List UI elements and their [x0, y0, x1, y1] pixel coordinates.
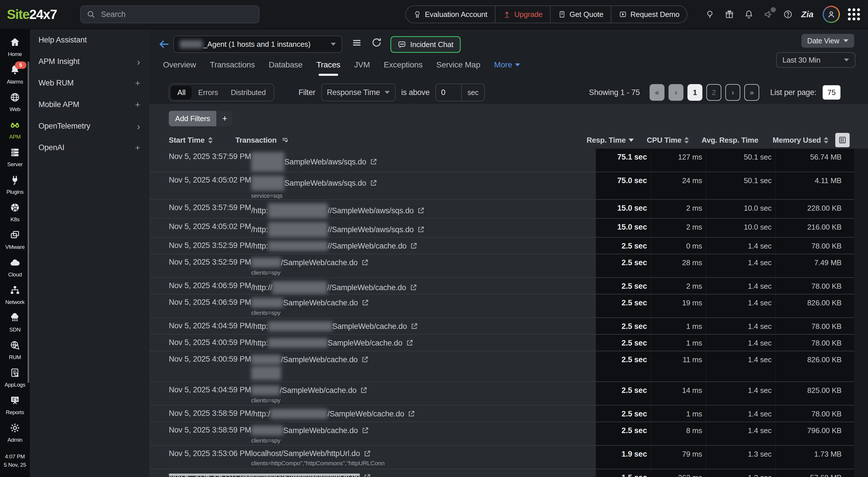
apps-grid-icon[interactable]: [848, 8, 860, 20]
sidebar-item-plugins[interactable]: Plugins: [0, 171, 30, 199]
nav-item-openai[interactable]: OpenAI+: [30, 137, 149, 158]
external-link-icon[interactable]: [408, 410, 415, 418]
tab-database[interactable]: Database: [269, 60, 303, 75]
whats-new-gift-icon[interactable]: [720, 9, 739, 19]
sidebar-scrollbar[interactable]: [28, 61, 29, 383]
nav-item-web-rum[interactable]: Web RUM+: [30, 72, 149, 94]
plus-icon[interactable]: +: [135, 81, 140, 86]
external-link-icon[interactable]: [361, 259, 369, 266]
table-row[interactable]: Nov 5, 2025 4:04:59 PM/SampleWeb/cache.d…: [149, 382, 868, 406]
notifications-bell-icon[interactable]: [739, 9, 758, 19]
transaction-link[interactable]: SampleWeb/cache.do: [251, 298, 595, 308]
date-view-button[interactable]: Date View: [801, 34, 854, 47]
table-row[interactable]: Nov 5, 2025 3:57:59 PMSampleWeb/aws/sqs.…: [149, 149, 868, 172]
nav-item-opentelemetry[interactable]: OpenTelemetry›: [30, 115, 149, 137]
table-row[interactable]: Nov 5, 2025 4:05:02 PMSampleWeb/aws/sqs.…: [149, 172, 868, 200]
external-link-icon[interactable]: [370, 179, 377, 187]
table-row[interactable]: Nov 5, 2025 3:52:59 PM/http://SampleWeb/…: [149, 237, 868, 254]
sidebar-item-network[interactable]: Network: [0, 281, 30, 309]
sidebar-item-rum[interactable]: RUM: [0, 337, 30, 364]
insights-bulb-icon[interactable]: [700, 9, 720, 19]
transaction-link[interactable]: /http:SampleWeb/cache.do: [251, 338, 595, 348]
tab-traces[interactable]: Traces: [316, 60, 340, 75]
external-link-icon[interactable]: [363, 450, 371, 457]
external-link-icon[interactable]: [361, 299, 369, 307]
table-row[interactable]: Nov 5, 2025 3:57:59 PM/http://SampleWeb/…: [149, 200, 868, 219]
table-row[interactable]: Nov 5, 2025 4:06:59 PM/http:////SampleWe…: [149, 278, 868, 294]
incident-chat-button[interactable]: Incident Chat: [391, 36, 461, 53]
column-header-avg-resp-time[interactable]: Avg. Resp. Time: [692, 136, 762, 145]
last-page-button[interactable]: »: [744, 84, 759, 101]
external-link-icon[interactable]: [417, 207, 425, 214]
external-link-icon[interactable]: [410, 242, 417, 250]
nav-item-help-assistant[interactable]: Help Assistant: [30, 29, 149, 51]
transaction-link[interactable]: SampleWeb/aws/sqs.do: [251, 152, 595, 171]
site24x7-logo[interactable]: Site24x7: [7, 7, 81, 22]
sidebar-item-web[interactable]: Web: [0, 88, 30, 116]
list-per-page-input[interactable]: [823, 85, 840, 100]
external-link-icon[interactable]: [410, 323, 418, 330]
page-2-button[interactable]: 2: [706, 84, 721, 101]
add-filter-plus-icon[interactable]: +: [216, 111, 232, 126]
external-link-icon[interactable]: [361, 356, 369, 363]
table-row[interactable]: Nov 5, 2025 4:06:59 PMSampleWeb/cache.do…: [149, 294, 868, 318]
tab-overview[interactable]: Overview: [163, 60, 196, 75]
sidebar-item-cloud[interactable]: Cloud: [0, 254, 30, 281]
threshold-input[interactable]: [436, 84, 461, 101]
table-row[interactable]: Nov 5, 2025 3:58:59 PM/http://SampleWeb/…: [149, 406, 868, 422]
table-row[interactable]: Nov 5, 2025 3:53:06 PMlocalhost/SampleWe…: [149, 446, 868, 469]
transaction-link[interactable]: localhost/SampleWeb/httpUrl.do: [251, 449, 595, 458]
table-row[interactable]: Nov 5, 2025 3:58:59 PMSampleWeb/cache.do…: [149, 422, 868, 446]
sidebar-item-server[interactable]: Server: [0, 144, 30, 171]
sidebar-item-vmware[interactable]: VMware: [0, 226, 30, 254]
table-row[interactable]: Nov 5, 2025 4:04:59 PM/http:SampleWeb/ca…: [149, 318, 868, 335]
avatar[interactable]: [823, 6, 840, 23]
tab-exceptions[interactable]: Exceptions: [384, 60, 423, 75]
transaction-link[interactable]: /SampleWeb/cache.do: [251, 355, 595, 364]
first-page-button[interactable]: «: [650, 84, 664, 101]
tab-jvm[interactable]: JVM: [354, 60, 370, 75]
announcements-megaphone-icon[interactable]: [758, 9, 778, 19]
nav-item-mobile-apm[interactable]: Mobile APM+: [30, 94, 149, 115]
help-icon[interactable]: [778, 9, 798, 19]
external-link-icon[interactable]: [361, 427, 369, 434]
get-quote-button[interactable]: Get Quote: [551, 6, 611, 23]
transaction-link[interactable]: /http://SampleWeb/aws/sqs.do: [251, 203, 595, 218]
column-chooser-button[interactable]: [835, 133, 849, 147]
external-link-icon[interactable]: [410, 284, 417, 291]
segment-distributed[interactable]: Distributed: [224, 86, 272, 99]
plus-icon[interactable]: +: [135, 145, 140, 151]
table-row[interactable]: Nov 5, 2025 3:52:59 PM/SampleWeb/cache.d…: [149, 254, 868, 278]
upgrade-button[interactable]: Upgrade: [495, 6, 551, 23]
sidebar-item-apm[interactable]: APM: [0, 116, 30, 144]
plus-icon[interactable]: +: [135, 102, 140, 107]
nav-item-apm-insight[interactable]: APM Insight›: [30, 51, 149, 72]
transaction-link[interactable]: /http://SampleWeb/aws/sqs.do: [251, 222, 595, 237]
search-input[interactable]: [100, 9, 253, 20]
column-header-transaction[interactable]: Transaction: [236, 136, 582, 145]
segment-errors[interactable]: Errors: [192, 86, 224, 99]
transaction-link[interactable]: /http://SampleWeb/cache.do: [251, 241, 595, 251]
sidebar-item-reports[interactable]: Reports: [0, 391, 30, 419]
filter-field-dropdown[interactable]: Response Time: [321, 84, 396, 101]
column-header-memory-used[interactable]: Memory Used: [762, 136, 832, 145]
column-header-start-time[interactable]: Start Time: [149, 136, 236, 145]
transaction-link[interactable]: /http://SampleWeb/cache.do: [251, 409, 595, 419]
transaction-link[interactable]: /SampleWeb/cache.do: [251, 385, 595, 395]
evaluation-account-button[interactable]: Evaluation Account: [406, 6, 495, 23]
external-link-icon[interactable]: [417, 226, 425, 233]
transaction-link[interactable]: /http:SampleWeb/cache.do: [251, 321, 595, 331]
prev-page-button[interactable]: ‹: [669, 84, 683, 101]
tab-transactions[interactable]: Transactions: [210, 60, 255, 75]
transaction-link[interactable]: /SampleWeb/cache.do: [251, 258, 595, 267]
sidebar-item-sdn[interactable]: SDN: [0, 309, 30, 337]
table-row[interactable]: Nov 5, 2025 4:00:59 PM/http:SampleWeb/ca…: [149, 335, 868, 351]
external-link-icon[interactable]: [370, 158, 377, 166]
global-search[interactable]: [81, 5, 259, 23]
tab-more[interactable]: More: [494, 60, 520, 75]
transaction-filter-icon[interactable]: [281, 136, 289, 145]
tab-service-map[interactable]: Service Map: [436, 60, 480, 75]
add-filters-button[interactable]: Add Filters +: [169, 111, 232, 126]
next-page-button[interactable]: ›: [725, 84, 740, 101]
external-link-icon[interactable]: [363, 474, 371, 477]
